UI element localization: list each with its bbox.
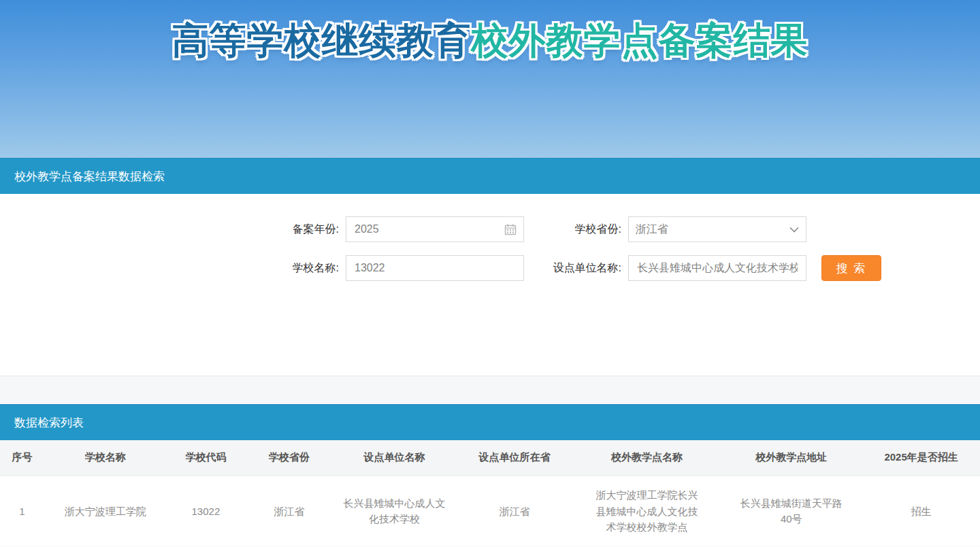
col-header-unit-province: 设点单位所在省 [456,440,574,476]
table-row: 1 浙大宁波理工学院 13022 浙江省 长兴县雉城中心成人文化技术学校 浙江省… [0,476,980,546]
province-label: 学校省份: [524,222,628,237]
page-title: 高等学校继续教育校外教学点备案结果 [0,0,980,63]
search-form-row-2: 学校名称: 设点单位名称: 搜 索 [259,255,980,281]
results-section-header: 数据检索列表 [0,404,980,440]
table-header-row: 序号 学校名称 学校代码 学校省份 设点单位名称 设点单位所在省 校外教学点名称… [0,440,980,476]
cell-site-name: 浙大宁波理工学院长兴县雉城中心成人文化技术学校校外教学点 [573,476,720,546]
results-section-title: 数据检索列表 [14,416,84,429]
search-form-row-1: 备案年份: 学校省份: 浙江省 [259,216,980,242]
cell-school-code: 13022 [167,476,245,546]
col-header-site-name: 校外教学点名称 [573,440,720,476]
year-input[interactable] [353,222,504,236]
school-name-field [346,255,524,281]
year-field [346,216,524,242]
col-header-school-code: 学校代码 [167,440,245,476]
cell-school-province: 浙江省 [245,476,333,546]
results-table-panel: 序号 学校名称 学校代码 学校省份 设点单位名称 设点单位所在省 校外教学点名称… [0,440,980,546]
cell-unit-province: 浙江省 [456,476,574,546]
cell-school-name: 浙大宁波理工学院 [44,476,167,546]
col-header-school-name: 学校名称 [44,440,167,476]
search-panel: 备案年份: 学校省份: 浙江省 [0,194,980,376]
search-section-title: 校外教学点备案结果数据检索 [14,170,165,183]
col-header-enrolling: 2025年是否招生 [862,440,980,476]
section-gap [0,376,980,404]
cell-index: 1 [0,476,44,546]
search-section-header: 校外教学点备案结果数据检索 [0,158,980,194]
year-label: 备案年份: [259,222,346,237]
page-title-part-green: 校外教学点备案结果 [472,20,808,61]
unit-name-field [628,255,806,281]
col-header-index: 序号 [0,440,44,476]
unit-name-input[interactable] [636,261,799,275]
school-name-label: 学校名称: [259,261,346,276]
school-name-input[interactable] [353,261,517,275]
province-select-value: 浙江省 [636,222,789,237]
search-button[interactable]: 搜 索 [821,255,881,281]
cell-unit-name: 长兴县雉城中心成人文化技术学校 [333,476,456,546]
page-title-part-blue: 高等学校继续教育 [172,20,472,61]
chevron-down-icon [789,227,799,233]
page-banner: 高等学校继续教育校外教学点备案结果 [0,0,980,158]
cell-site-address: 长兴县雉城街道天平路40号 [720,476,862,546]
col-header-unit-name: 设点单位名称 [333,440,456,476]
unit-name-label: 设点单位名称: [524,261,628,276]
col-header-site-address: 校外教学点地址 [720,440,862,476]
cell-enrolling: 招生 [862,476,980,546]
results-table: 序号 学校名称 学校代码 学校省份 设点单位名称 设点单位所在省 校外教学点名称… [0,440,980,546]
col-header-school-province: 学校省份 [245,440,333,476]
province-select[interactable]: 浙江省 [628,216,806,242]
calendar-icon[interactable] [504,223,517,235]
